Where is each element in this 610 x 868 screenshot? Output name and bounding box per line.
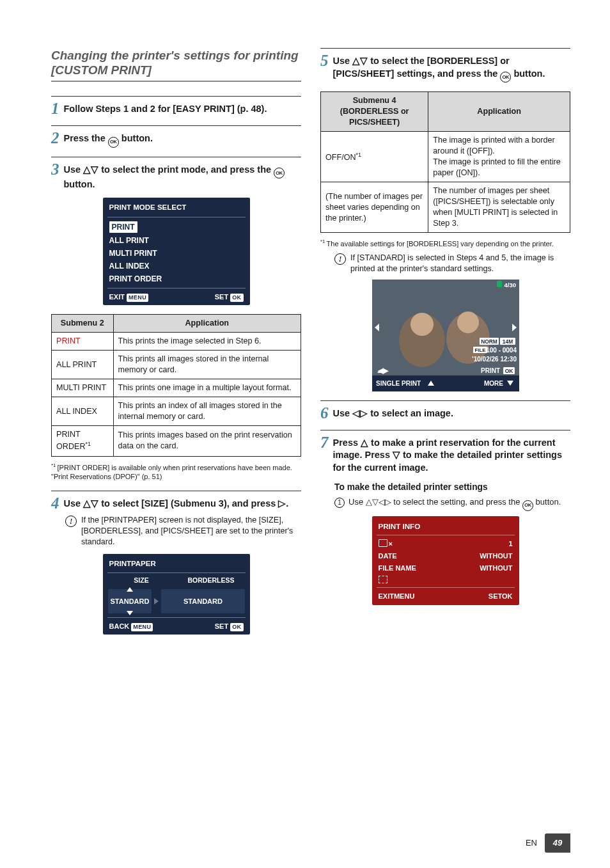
svg-text:PRINT: PRINT [481, 367, 500, 374]
footer-page-tab: 49 [545, 833, 570, 853]
step-7-text: Press △ to make a print reservation for … [333, 436, 571, 475]
detailed-settings-title: To make the detailed printer settings [334, 482, 570, 494]
svg-text:SINGLE PRINT: SINGLE PRINT [376, 380, 421, 387]
printpaper-screen: PRINTPAPER SIZEBORDERLESS STANDARD STAND… [103, 554, 250, 635]
svg-text:'10/02/26 12:30: '10/02/26 12:30 [472, 356, 517, 363]
ok-icon: OK [522, 500, 533, 511]
svg-rect-7 [497, 281, 502, 287]
footnote-sub2: *1[PRINT ORDER] is available only when p… [51, 462, 301, 482]
print-info-screen: PRINT INFO ×1 DATEWITHOUT FILE NAMEWITHO… [372, 516, 519, 605]
note-step4: ! If the [PRINTPAPER] screen is not disp… [65, 515, 301, 548]
menu-item-all-print: ALL PRINT [109, 234, 244, 247]
submenu4-table: Submenu 4(BORDERLESS or PICS/SHEET)Appli… [320, 91, 570, 233]
menu-item-print: PRINT [109, 221, 137, 233]
photo-preview: 4/30 NORM 14M FILE 100 - 0004 '10/02/26 … [372, 280, 519, 391]
svg-text:100 - 0004: 100 - 0004 [486, 347, 517, 354]
step-4-text: Use △▽ to select [SIZE] (Submenu 3), and… [64, 496, 302, 510]
svg-text:4/30: 4/30 [504, 281, 516, 288]
ok-icon: OK [274, 168, 285, 178]
step-number-1: 1 [51, 100, 59, 116]
ok-badge: OK [230, 623, 243, 631]
step-1-text: Follow Steps 1 and 2 for [EASY PRINT] (p… [64, 102, 302, 116]
step-number-6: 6 [320, 405, 329, 421]
ok-icon: OK [108, 137, 119, 148]
right-arrow-icon [154, 598, 159, 604]
ok-icon: OK [500, 72, 511, 83]
svg-text:OK: OK [504, 368, 513, 374]
step-number-2: 2 [51, 130, 59, 146]
ok-badge: OK [502, 592, 513, 600]
svg-text:FILE: FILE [474, 347, 485, 353]
printer-icon [379, 539, 387, 547]
ok-badge: OK [230, 294, 243, 301]
step-6-text: Use ◁▷ to select an image. [333, 406, 571, 420]
step-2-text: Press the OK button. [64, 131, 302, 148]
step-number-5: 5 [320, 52, 329, 68]
svg-point-5 [457, 312, 479, 333]
svg-text:NORM: NORM [481, 338, 497, 345]
substep-1: 1 Use △▽◁▷ to select the setting, and pr… [334, 496, 570, 511]
footnote-sub4: *1The available settings for [BORDERLESS… [320, 239, 570, 249]
submenu2-table: Submenu 2Application PRINTThis prints th… [51, 314, 301, 456]
menu-badge: MENU [394, 592, 414, 600]
substep-number-icon: 1 [334, 498, 345, 508]
menu-badge: MENU [127, 294, 148, 301]
caution-icon: ! [65, 516, 77, 527]
caution-icon: ! [334, 253, 346, 265]
section-title: Changing the printer's settings for prin… [51, 48, 301, 82]
svg-text:MORE: MORE [484, 380, 503, 387]
footer-lang: EN [526, 837, 537, 849]
menu-item-multi-print: MULTI PRINT [109, 247, 244, 260]
step-3-text: Use △▽ to select the print mode, and pre… [64, 162, 302, 191]
trim-icon [379, 576, 387, 583]
svg-text:◀▶: ◀▶ [377, 367, 389, 374]
step-number-3: 3 [51, 161, 59, 177]
step-number-7: 7 [320, 434, 329, 450]
note-step5: ! If [STANDARD] is selected in Steps 4 a… [334, 253, 570, 274]
step-number-4: 4 [51, 495, 59, 511]
step-5-text: Use △▽ to select the [BORDERLESS] or [PI… [333, 54, 571, 83]
menu-item-all-index: ALL INDEX [109, 260, 244, 272]
menu-item-print-order: PRINT ORDER [109, 272, 244, 285]
menu-badge: MENU [131, 623, 153, 631]
svg-text:14M: 14M [502, 338, 512, 345]
svg-point-4 [411, 313, 434, 336]
print-mode-screen: PRINT MODE SELECT PRINT ALL PRINT MULTI … [103, 198, 250, 305]
